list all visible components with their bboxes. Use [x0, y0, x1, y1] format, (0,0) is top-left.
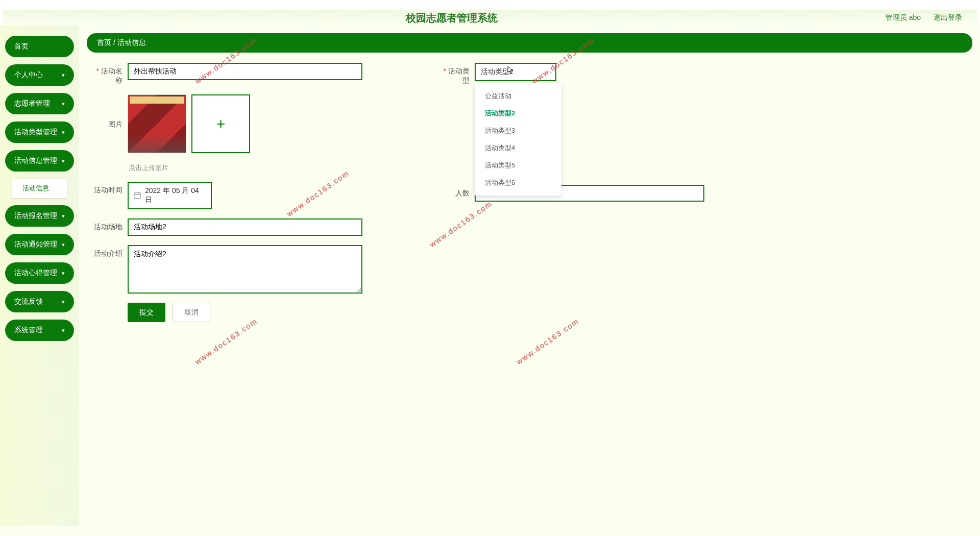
- chevron-down-icon: ▾: [62, 327, 65, 334]
- plus-icon: +: [216, 115, 226, 133]
- activity-time-label: 活动时间: [92, 182, 128, 195]
- dropdown-option[interactable]: 公益活动: [475, 87, 561, 105]
- date-value: 2022 年 05 月 04 日: [145, 186, 206, 205]
- people-count-label: 人数: [439, 185, 475, 198]
- chevron-down-icon: ▾: [62, 213, 65, 220]
- cancel-button[interactable]: 取消: [173, 303, 210, 322]
- sidebar-item-label: 活动信息管理: [14, 156, 57, 165]
- sidebar-item-system[interactable]: 系统管理 ▾: [5, 320, 74, 341]
- image-label: 图片: [92, 94, 128, 129]
- sidebar: 首页 个人中心 ▾ 志愿者管理 ▾ 活动类型管理 ▾ 活动信息管理 ▾ 活动信息…: [0, 26, 79, 526]
- sidebar-item-label: 交流反馈: [14, 297, 43, 306]
- dropdown-option[interactable]: 活动类型3: [475, 122, 561, 139]
- activity-type-dropdown: 公益活动 活动类型2 活动类型3 活动类型4 活动类型5 活动类型6: [475, 83, 561, 196]
- dropdown-option[interactable]: 活动类型6: [475, 174, 561, 191]
- venue-label: 活动场地: [92, 218, 128, 232]
- sidebar-item-label: 活动通知管理: [14, 240, 57, 249]
- intro-label: 活动介绍: [92, 245, 128, 258]
- activity-time-input[interactable]: 2022 年 05 月 04 日: [128, 182, 212, 209]
- activity-name-label: 活动名称: [92, 63, 128, 85]
- sidebar-item-volunteers[interactable]: 志愿者管理 ▾: [5, 93, 74, 114]
- sidebar-item-label: 系统管理: [14, 326, 43, 335]
- svg-rect-0: [134, 193, 140, 199]
- upload-hint: 点击上传图片: [129, 163, 250, 173]
- chevron-down-icon: ▾: [62, 72, 65, 79]
- sidebar-item-home[interactable]: 首页: [5, 36, 74, 57]
- sidebar-item-activity-info[interactable]: 活动信息管理 ▾: [5, 150, 74, 172]
- sidebar-item-label: 活动心得管理: [14, 269, 57, 278]
- sidebar-item-label: 活动报名管理: [14, 211, 57, 221]
- sidebar-item-label: 首页: [14, 42, 29, 51]
- sidebar-item-signup[interactable]: 活动报名管理 ▾: [5, 205, 74, 227]
- top-bar: 校园志愿者管理系统 管理员 abo 退出登录: [0, 0, 980, 26]
- chevron-down-icon: ▾: [62, 158, 65, 164]
- sidebar-item-label: 活动类型管理: [14, 128, 57, 137]
- chevron-down-icon: ▾: [62, 129, 65, 136]
- chevron-down-icon: ▾: [62, 241, 65, 248]
- sidebar-item-label: 个人中心: [14, 70, 43, 80]
- submit-button[interactable]: 提交: [128, 303, 165, 322]
- app-title: 校园志愿者管理系统: [18, 11, 886, 25]
- sidebar-item-reflection[interactable]: 活动心得管理 ▾: [5, 262, 74, 284]
- breadcrumb-home[interactable]: 首页: [97, 38, 111, 46]
- intro-textarea[interactable]: [128, 245, 362, 294]
- content-area: 首页 / 活动信息 活动名称 图片 +: [79, 26, 980, 526]
- breadcrumb-current: 活动信息: [117, 38, 146, 46]
- logout-link[interactable]: 退出登录: [934, 13, 962, 22]
- sidebar-item-feedback[interactable]: 交流反馈 ▾: [5, 291, 74, 312]
- admin-label[interactable]: 管理员 abo: [886, 13, 921, 22]
- activity-type-select[interactable]: 活动类型2: [475, 63, 556, 81]
- dropdown-option[interactable]: 活动类型2: [475, 105, 561, 122]
- sidebar-item-notice[interactable]: 活动通知管理 ▾: [5, 234, 74, 255]
- activity-name-input[interactable]: [128, 63, 362, 80]
- sidebar-item-profile[interactable]: 个人中心 ▾: [5, 64, 74, 86]
- uploaded-image-thumbnail[interactable]: [128, 94, 186, 153]
- sidebar-sub-activity-info[interactable]: 活动信息: [12, 179, 67, 198]
- sidebar-item-activity-type[interactable]: 活动类型管理 ▾: [5, 121, 74, 143]
- breadcrumb: 首页 / 活动信息: [87, 33, 972, 53]
- upload-image-button[interactable]: +: [191, 94, 250, 153]
- venue-input[interactable]: [128, 218, 362, 236]
- activity-type-label: 活动类型: [439, 63, 475, 85]
- dropdown-option[interactable]: 活动类型4: [475, 139, 561, 157]
- chevron-down-icon: ▾: [62, 101, 65, 107]
- sidebar-item-label: 志愿者管理: [14, 99, 50, 108]
- dropdown-option[interactable]: 活动类型5: [475, 157, 561, 174]
- calendar-icon: [134, 192, 141, 199]
- chevron-down-icon: ▾: [62, 299, 65, 305]
- chevron-down-icon: ▾: [62, 270, 65, 277]
- select-value: 活动类型2: [481, 67, 513, 76]
